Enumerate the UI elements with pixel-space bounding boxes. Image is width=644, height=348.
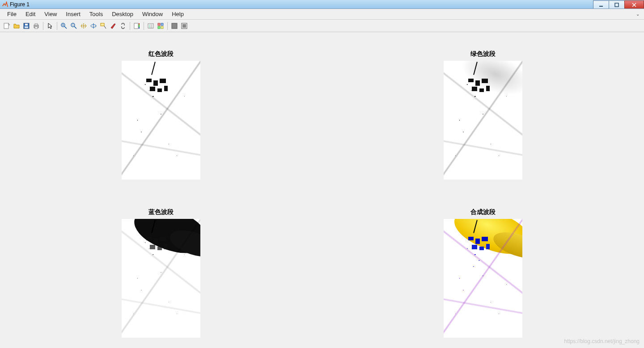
svg-rect-7 (35, 24, 38, 25)
save-button[interactable] (21, 21, 31, 31)
svg-rect-1 (615, 3, 619, 7)
svg-rect-19 (161, 26, 163, 29)
show-plot-tools-button[interactable] (179, 21, 189, 31)
window-controls (593, 0, 644, 8)
svg-rect-22 (182, 24, 186, 28)
svg-rect-20 (172, 23, 177, 29)
svg-rect-5 (25, 26, 28, 28)
window-titlebar: Figure 1 (0, 0, 644, 9)
insert-legend-button[interactable] (146, 21, 156, 31)
svg-rect-4 (25, 24, 28, 25)
pointer-button[interactable] (45, 21, 55, 31)
menu-insert[interactable]: Insert (61, 10, 85, 18)
svg-rect-17 (161, 23, 163, 25)
menu-tools[interactable]: Tools (85, 10, 107, 18)
close-button[interactable] (624, 0, 644, 8)
menu-window[interactable]: Window (138, 10, 167, 18)
pan-button[interactable] (79, 21, 89, 31)
toolbar-separator (43, 22, 43, 30)
matlab-icon (2, 1, 8, 8)
print-button[interactable] (31, 21, 41, 31)
insert-colorbar-button[interactable] (132, 21, 142, 31)
svg-rect-16 (158, 23, 160, 25)
new-figure-button[interactable] (2, 21, 12, 31)
toolbar-separator (167, 22, 168, 30)
maximize-button[interactable] (609, 0, 625, 8)
svg-rect-18 (158, 26, 160, 29)
toolbar-separator (144, 22, 144, 30)
toolbar-separator (130, 22, 130, 30)
menu-edit[interactable]: Edit (21, 10, 40, 18)
svg-rect-13 (134, 23, 138, 29)
svg-rect-12 (101, 23, 104, 26)
rotate-3d-button[interactable] (89, 21, 98, 31)
svg-rect-8 (35, 27, 38, 29)
svg-rect-14 (139, 23, 140, 29)
minimize-button[interactable] (593, 0, 609, 8)
menubar: File Edit View Insert Tools Desktop Wind… (0, 9, 644, 20)
svg-rect-0 (599, 6, 603, 7)
menu-view[interactable]: View (40, 10, 61, 18)
plot-layout-button[interactable] (156, 21, 165, 31)
open-button[interactable] (12, 21, 21, 31)
menu-file[interactable]: File (3, 10, 21, 18)
hide-plot-tools-button[interactable] (169, 21, 179, 31)
link-plots-button[interactable] (118, 21, 128, 31)
brush-button[interactable] (108, 21, 118, 31)
menubar-overflow-icon[interactable]: ⌄ (636, 12, 641, 17)
menu-help[interactable]: Help (167, 10, 188, 18)
zoom-out-button[interactable] (69, 21, 79, 31)
toolbar (0, 20, 644, 32)
svg-rect-2 (4, 23, 8, 29)
menu-desktop[interactable]: Desktop (107, 10, 138, 18)
window-title: Figure 1 (10, 1, 30, 8)
data-cursor-button[interactable] (98, 21, 108, 31)
zoom-in-button[interactable] (59, 21, 69, 31)
toolbar-separator (57, 22, 57, 30)
